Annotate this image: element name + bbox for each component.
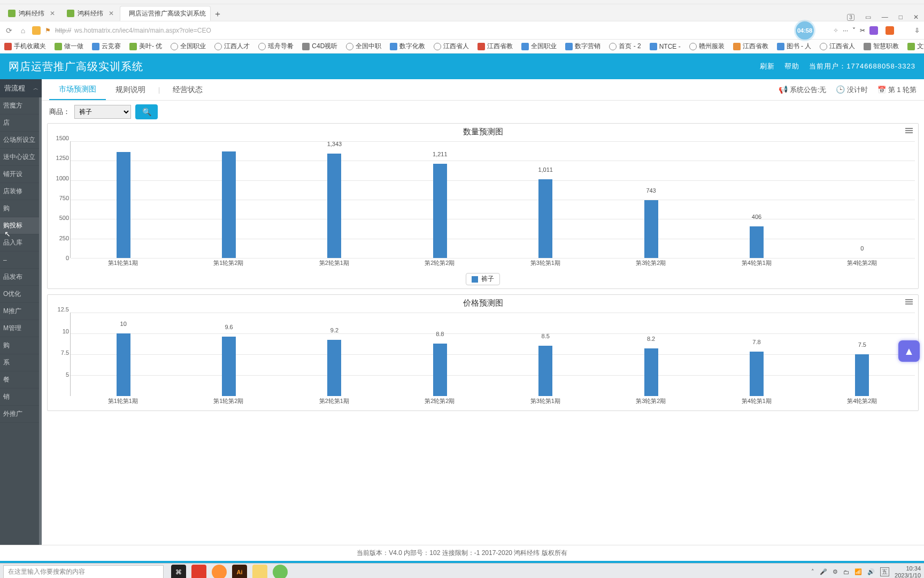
search-button[interactable]: 🔍 [135,104,158,119]
bookmark-item[interactable]: 全国职业 [521,42,557,51]
tray-up-icon[interactable]: ˄ [811,568,814,575]
sidebar-item[interactable]: 营魔方 [0,97,42,115]
chart-bar[interactable] [327,154,341,258]
taskbar-app-browser[interactable] [273,565,288,579]
bookmark-item[interactable]: NTCE - [650,43,681,50]
floating-assist-button[interactable]: ▲ [898,340,920,362]
download-icon[interactable]: ⇩ [914,27,920,34]
content-tab[interactable]: 市场预测图 [49,79,106,100]
window-close-button[interactable]: ✕ [913,13,919,21]
site-security-icon[interactable] [32,26,41,35]
taskbar-app-illustrator[interactable]: Ai [232,565,247,579]
content-tab[interactable]: 规则说明 [106,79,155,100]
browser-tab[interactable]: 鸿科经纬✕ [61,6,120,21]
chart-menu-icon[interactable] [905,298,913,306]
chart-bar[interactable] [222,337,236,396]
chart-bar[interactable] [750,352,764,396]
legend-item[interactable]: 裤子 [466,273,500,285]
chart-menu-icon[interactable] [905,127,913,134]
header-help-link[interactable]: 帮助 [784,62,799,71]
tray-clock[interactable]: 10:34 2023/1/10 [895,565,921,578]
cut-icon[interactable]: ✂ [860,27,865,34]
bookmark-item[interactable]: 图书 - 人 [777,42,812,51]
bookmark-item[interactable]: C4D视听 [302,42,337,51]
bookmark-item[interactable]: 数字营销 [565,42,600,51]
taskbar-app-firefox[interactable] [212,565,227,579]
chart-bar[interactable] [538,346,552,396]
more-menu-icon[interactable]: ··· [843,27,848,34]
bookmark-item[interactable]: 美叶- 优 [129,42,162,51]
content-tab[interactable]: 经营状态 [163,79,212,100]
chart-bar[interactable] [117,333,130,396]
new-tab-button[interactable]: ＋ [211,7,225,21]
url-field[interactable]: http:// ws.hotmatrix.cn/iec4/main/main.a… [55,27,791,34]
sidebar-item[interactable]: 品发布 [0,269,42,286]
sidebar-item[interactable]: 品入库 [0,234,42,252]
sidebar-item[interactable]: 送中心设立 [0,149,42,166]
chart-bar[interactable] [433,164,447,258]
taskbar-app-1[interactable]: ⌘ [171,565,186,579]
os-search-input[interactable]: 在这里输入你要搜索的内容 [3,565,164,579]
tray-volume-icon[interactable]: 🔊 [867,568,875,575]
home-button[interactable]: ⌂ [18,26,28,35]
sidebar-section-head[interactable]: 营流程 ︿ [0,79,42,97]
chart-bar[interactable] [222,151,236,258]
extension-icon[interactable]: ▭ [865,13,871,21]
bookmark-item[interactable]: 全国职业 [171,42,206,51]
tray-ime-icon[interactable]: 五 [880,567,889,576]
sidebar-item[interactable]: 购 [0,200,42,217]
bookmark-item[interactable]: 做一做 [55,42,83,51]
chart-bar[interactable] [538,179,552,258]
window-maximize-button[interactable]: □ [899,13,903,21]
sidebar-item[interactable]: 购投标 [0,217,42,234]
apps-grid-icon[interactable] [902,26,910,35]
tray-settings-icon[interactable]: ⚙ [833,568,838,575]
sidebar-item[interactable]: 店 [0,115,42,132]
tab-close-icon[interactable]: ✕ [109,10,114,17]
bookmark-item[interactable]: 数字化教 [390,42,425,51]
sidebar-item[interactable]: – [0,252,42,269]
extension-purple-icon[interactable] [869,26,878,35]
bookmark-item[interactable]: 赣州服装 [689,42,725,51]
taskbar-app-2[interactable] [191,565,206,579]
tray-wifi-icon[interactable]: 📶 [854,568,862,575]
chart-bar[interactable] [433,344,447,396]
sidebar-item[interactable]: O优化 [0,286,42,303]
browser-tab[interactable]: 鸿科经纬✕ [2,6,61,21]
sidebar-item[interactable]: 铺开设 [0,166,42,183]
sidebar-item[interactable]: 购 [0,337,42,354]
favorite-icon[interactable]: ✧ [833,27,838,34]
reload-button[interactable]: ⟳ [4,26,14,35]
bookmark-item[interactable]: 文旅课堂 [907,42,924,51]
sidebar-item[interactable]: 外推广 [0,406,42,423]
sidebar-item[interactable]: 系 [0,354,42,371]
tab-close-icon[interactable]: ✕ [50,10,55,17]
window-minimize-button[interactable]: — [882,13,888,21]
chart-bar[interactable] [327,340,341,396]
bookmark-item[interactable]: 江西人才 [214,42,250,51]
bookmark-item[interactable]: 手机收藏夹 [4,42,46,51]
bookmark-item[interactable]: 首页 - 2 [609,42,641,51]
product-select[interactable]: 裤子 [74,105,131,119]
bookmark-item[interactable]: 江西省人 [820,42,855,51]
chart-bar[interactable] [855,354,869,396]
extension-orange-icon[interactable] [886,26,894,35]
sidebar-item[interactable]: 餐 [0,371,42,389]
dropdown-icon[interactable]: ˅ [852,27,856,34]
bookmark-item[interactable]: 云竞赛 [92,42,121,51]
chart-bar[interactable] [644,348,658,396]
sidebar-item[interactable]: M管理 [0,320,42,337]
browser-tab[interactable]: 网店运营推广高级实训系统✕ [120,6,211,21]
bookmark-item[interactable]: 江西省教 [478,42,513,51]
chart-bar[interactable] [750,226,764,258]
chart-bar[interactable] [644,200,658,258]
sidebar-item[interactable]: 公场所设立 [0,132,42,149]
bookmark-item[interactable]: 江西省教 [733,42,768,51]
chart-bar[interactable] [117,152,130,258]
header-refresh-link[interactable]: 刷新 [760,62,775,71]
bookmark-item[interactable]: 智慧职教 [864,42,899,51]
sidebar-item[interactable]: M推广 [0,303,42,320]
tray-mic-icon[interactable]: 🎤 [820,568,827,575]
sidebar-scrollbar[interactable] [39,97,42,545]
tray-battery-icon[interactable]: 🗀 [843,569,849,575]
